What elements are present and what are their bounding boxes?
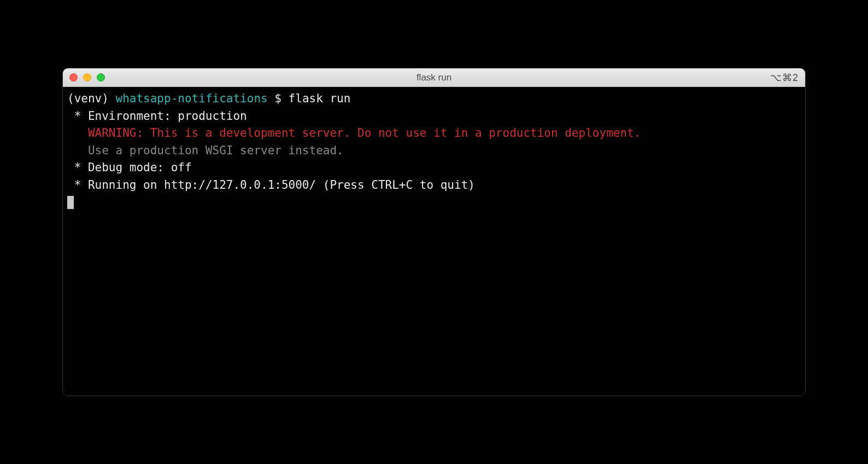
cursor-icon xyxy=(67,196,74,209)
prompt-path: whatsapp-notifications xyxy=(116,92,268,105)
terminal-window: flask run ⌥⌘2 (venv) whatsapp-notificati… xyxy=(62,68,806,396)
tab-shortcut-indicator: ⌥⌘2 xyxy=(770,72,799,84)
prompt-separator: $ xyxy=(268,92,289,105)
prompt-env: (venv) xyxy=(67,92,116,105)
output-running: * Running on http://127.0.0.1:5000/ (Pre… xyxy=(67,177,801,194)
output-wsgi-hint: Use a production WSGI server instead. xyxy=(67,142,801,160)
output-debug: * Debug mode: off xyxy=(67,159,801,177)
titlebar[interactable]: flask run ⌥⌘2 xyxy=(63,68,805,87)
output-environment: * Environment: production xyxy=(67,108,801,125)
close-icon[interactable] xyxy=(69,73,78,82)
maximize-icon[interactable] xyxy=(97,73,105,82)
window-title: flask run xyxy=(63,72,805,83)
terminal-body[interactable]: (venv) whatsapp-notifications $ flask ru… xyxy=(63,87,805,396)
output-warning: WARNING: This is a development server. D… xyxy=(67,125,801,142)
command-text: flask run xyxy=(289,92,351,105)
minimize-icon[interactable] xyxy=(83,73,91,82)
prompt-line: (venv) whatsapp-notifications $ flask ru… xyxy=(67,90,801,108)
cursor-line xyxy=(67,194,801,211)
traffic-lights xyxy=(69,73,105,82)
